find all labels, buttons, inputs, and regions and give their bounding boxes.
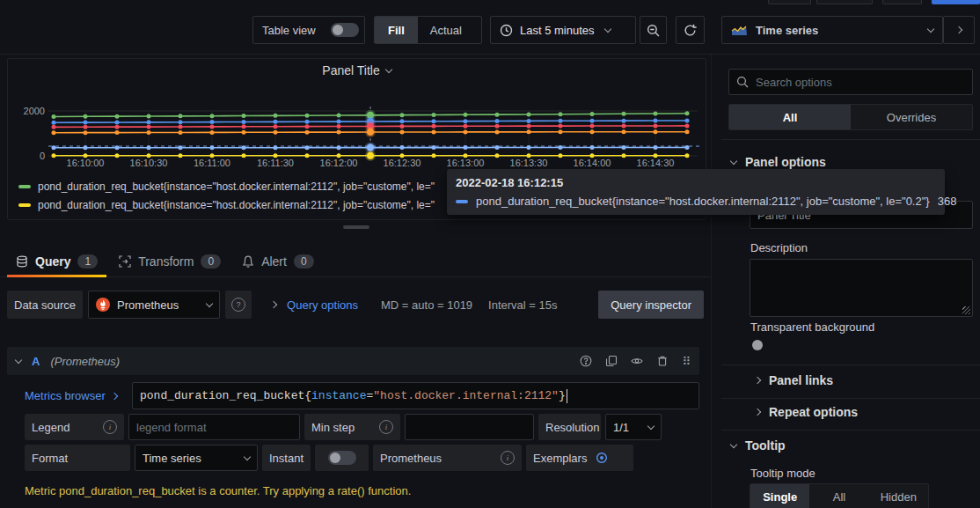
search-options-input[interactable] (756, 70, 972, 94)
legend-swatch-green (18, 185, 31, 188)
time-range-picker[interactable]: Last 5 minutes (490, 16, 636, 44)
query-inspector-button[interactable]: Query inspector (598, 291, 704, 319)
disable-query-eye-icon[interactable] (631, 355, 643, 367)
expr-equals: = (366, 389, 373, 402)
collapse-options-pane-button[interactable] (943, 16, 975, 44)
tooltip-mode-hidden[interactable]: Hidden (869, 484, 928, 508)
svg-text:16:14:00: 16:14:00 (574, 158, 611, 168)
timeseries-viz-icon (731, 24, 748, 36)
database-icon (16, 255, 28, 268)
fill-actual-group: Fill Actual (374, 16, 482, 44)
info-icon[interactable]: i (501, 451, 515, 465)
chart-legend: pond_duration_req_bucket{instance="host.… (18, 177, 446, 214)
metrics-browser-label: Metrics browser (25, 389, 106, 402)
fill-option[interactable]: Fill (375, 17, 418, 43)
format-select[interactable]: Time series (135, 445, 258, 471)
exemplars-toggle-icon[interactable] (596, 452, 608, 464)
chevron-down-icon (603, 25, 611, 32)
zoom-out-button[interactable] (640, 16, 667, 44)
chevron-down-icon (927, 25, 934, 32)
tooltip-section-header[interactable]: Tooltip (731, 438, 786, 453)
duplicate-query-icon[interactable] (605, 355, 618, 367)
actual-option[interactable]: Actual (418, 17, 474, 43)
query-toolbar: Data source Prometheus ? Query options M… (0, 291, 704, 319)
counter-warning-text: Metric pond_duration_req_bucket is a cou… (25, 484, 699, 497)
tooltip-series-swatch (456, 200, 468, 203)
instant-field-label: Instant (262, 445, 311, 471)
svg-text:16:13:30: 16:13:30 (510, 158, 548, 168)
tab-alert[interactable]: Alert 0 (231, 246, 324, 276)
header-cutoff-button-2[interactable] (816, 0, 873, 4)
info-icon[interactable]: i (379, 420, 393, 434)
legend-item[interactable]: pond_duration_req_bucket{instance="host.… (18, 177, 446, 195)
repeat-options-section-header[interactable]: Repeat options (755, 405, 858, 419)
legend-field-label: Legend i (25, 414, 124, 440)
prometheus-field-label: Prometheus i (373, 445, 522, 471)
chevron-down-icon (730, 440, 737, 447)
resolution-select[interactable]: 1/1 (605, 414, 662, 440)
chart-hover-tooltip: 2022-02-18 16:12:15 pond_duration_req_bu… (447, 169, 945, 215)
table-view-toggle[interactable]: Table view (252, 16, 365, 44)
drag-handle-icon[interactable]: ⠿ (682, 355, 691, 368)
search-icon (736, 76, 749, 88)
tooltip-timestamp: 2022-02-18 16:12:15 (456, 176, 936, 189)
timeseries-chart[interactable]: 2000016:10:0016:10:3016:11:0016:11:3016:… (11, 87, 701, 172)
legend-item[interactable]: pond_duration_req_bucket{instance="host.… (18, 195, 446, 214)
refresh-button[interactable] (676, 16, 705, 44)
collapse-query-icon[interactable] (15, 356, 22, 363)
table-view-label: Table view (262, 24, 316, 37)
promql-query-input[interactable]: pond_duration_req_bucket{instance="host.… (132, 382, 699, 409)
tab-transform-label: Transform (138, 254, 194, 269)
svg-text:16:12:30: 16:12:30 (384, 158, 421, 168)
table-view-switch[interactable] (331, 23, 359, 37)
panel-resize-handle[interactable] (343, 225, 369, 229)
info-icon[interactable]: i (103, 420, 117, 434)
resize-corner-icon[interactable] (962, 306, 970, 314)
scope-tab-overrides[interactable]: Overrides (851, 105, 972, 129)
legend-label: pond_duration_req_bucket{instance="host.… (38, 180, 435, 193)
scope-tab-all[interactable]: All (729, 105, 851, 129)
pane-divider (711, 55, 712, 508)
prometheus-icon (96, 298, 110, 312)
time-range-label: Last 5 minutes (520, 24, 595, 37)
svg-text:16:11:30: 16:11:30 (257, 158, 294, 168)
panel-title-menu[interactable]: Panel Title (8, 59, 706, 82)
refresh-icon (684, 24, 697, 37)
tab-query[interactable]: Query 1 (5, 246, 108, 276)
clock-icon (500, 24, 513, 37)
svg-text:16:14:30: 16:14:30 (637, 158, 675, 168)
zoom-out-icon (647, 24, 660, 37)
svg-text:2000: 2000 (24, 106, 45, 116)
header-cutoff-button-3[interactable] (882, 0, 922, 4)
chevron-down-icon (244, 453, 251, 460)
panel-options-section-header[interactable]: Panel options (731, 155, 826, 169)
svg-text:16:13:00: 16:13:00 (447, 158, 485, 168)
expr-metric: pond_duration_req_bucket (140, 389, 304, 402)
chevron-down-icon (206, 299, 213, 306)
instant-toggle[interactable] (328, 451, 356, 465)
panel-links-section-header[interactable]: Panel links (755, 373, 833, 387)
metrics-browser-toggle[interactable]: Metrics browser (25, 389, 128, 402)
tab-alert-badge: 0 (294, 254, 314, 269)
tooltip-mode-all[interactable]: All (809, 484, 868, 508)
bell-icon (242, 255, 254, 268)
tab-transform[interactable]: Transform 0 (108, 246, 231, 276)
datasource-help-button[interactable]: ? (225, 291, 252, 319)
tooltip-mode-single[interactable]: Single (750, 484, 809, 508)
datasource-picker[interactable]: Prometheus (88, 291, 220, 319)
query-datasource-hint: (Prometheus) (50, 355, 120, 368)
tooltip-mode-group: Single All Hidden (750, 483, 929, 508)
query-options-toggle[interactable]: Query options (287, 298, 358, 312)
legend-swatch-yellow (18, 203, 31, 207)
svg-text:16:10:30: 16:10:30 (130, 158, 168, 168)
min-step-input[interactable] (405, 414, 534, 440)
header-cutoff-button-1[interactable] (768, 0, 811, 4)
delete-query-trash-icon[interactable] (656, 355, 669, 367)
chevron-right-icon (270, 301, 277, 308)
description-textarea[interactable] (750, 259, 973, 317)
chevron-right-icon (111, 392, 118, 399)
header-cutoff-apply-button[interactable] (932, 0, 980, 4)
visualization-picker[interactable]: Time series (721, 16, 943, 44)
legend-format-input[interactable] (128, 414, 300, 440)
query-help-icon[interactable] (580, 355, 592, 367)
